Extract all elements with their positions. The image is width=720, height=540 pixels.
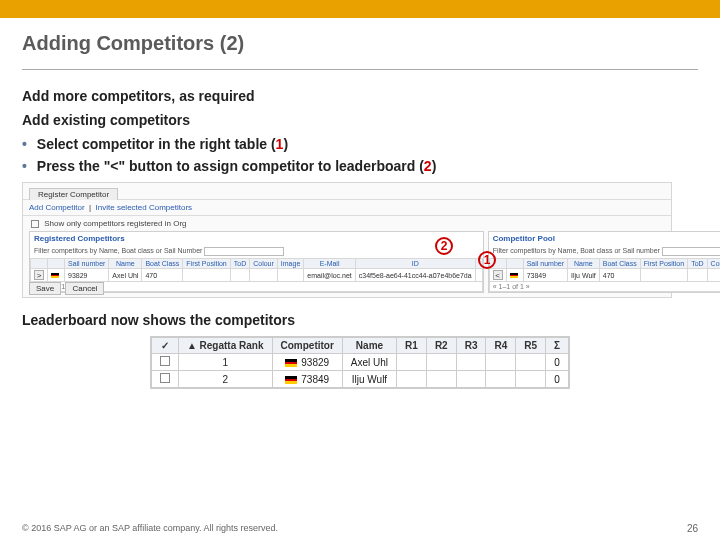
bullet-icon: •: [22, 158, 27, 174]
th[interactable]: Boat Class: [142, 259, 183, 269]
flag-icon: [48, 269, 65, 282]
tab-register-competitor[interactable]: Register Competitor: [29, 188, 118, 200]
move-right-button[interactable]: >: [34, 270, 44, 280]
cell-name: Axel Uhl: [109, 269, 142, 282]
pool-panel-head: Competitor Pool: [489, 232, 720, 245]
th[interactable]: First Position: [183, 259, 230, 269]
cell-name: Ilju Wulf: [568, 269, 600, 282]
invite-selected-link[interactable]: Invite selected Competitors: [96, 203, 193, 212]
th[interactable]: Name: [568, 259, 600, 269]
competitor-pool-panel: Competitor Pool Filter competitors by Na…: [488, 231, 720, 293]
intro-1: Add more competitors, as required: [22, 88, 698, 104]
th-r1[interactable]: R1: [397, 338, 427, 354]
instruction-item-2: • Press the "<" button to assign competi…: [22, 158, 698, 174]
row-checkbox[interactable]: [160, 373, 170, 383]
th[interactable]: Sail number: [523, 259, 567, 269]
footer: © 2016 SAP AG or an SAP affiliate compan…: [0, 516, 720, 540]
th-r2[interactable]: R2: [426, 338, 456, 354]
registered-panel-head: Registered Competitors: [30, 232, 483, 245]
brand-bar: [0, 0, 720, 18]
th-check: ✓: [151, 338, 178, 354]
th-name[interactable]: Name: [342, 338, 396, 354]
th[interactable]: First Position: [640, 259, 687, 269]
table-row[interactable]: < 73849 Ilju Wulf 470: [489, 269, 720, 282]
table-header-row: Sail number Name Boat Class First Positi…: [489, 259, 720, 269]
cell-sum: 0: [546, 354, 569, 371]
move-left-button[interactable]: <: [493, 270, 503, 280]
flag-icon: [506, 269, 523, 282]
th-sum[interactable]: Σ: [546, 338, 569, 354]
callout-2: 2: [435, 237, 453, 255]
registered-filter-input[interactable]: [204, 247, 284, 256]
th[interactable]: ID: [355, 259, 475, 269]
registered-filter-label: Filter competitors by Name, Boat class o…: [34, 247, 202, 254]
register-competitor-screenshot: Register Competitor Add Competitor | Inv…: [22, 182, 672, 298]
cell-name: Ilju Wulf: [342, 371, 396, 388]
th-r5[interactable]: R5: [516, 338, 546, 354]
th-r4[interactable]: R4: [486, 338, 516, 354]
th[interactable]: Sail number: [65, 259, 109, 269]
leaderboard-screenshot: ✓ ▲ Regatta Rank Competitor Name R1 R2 R…: [22, 336, 698, 393]
pool-filter-input[interactable]: [662, 247, 720, 256]
th: [31, 259, 48, 269]
cell-class: 470: [142, 269, 183, 282]
cell-competitor: 73849: [272, 371, 342, 388]
pool-filter-row: Filter competitors by Name, Boat class o…: [489, 245, 720, 258]
th[interactable]: Boat Class: [599, 259, 640, 269]
add-competitor-link[interactable]: Add Competitor: [29, 203, 85, 212]
leaderboard-table: ✓ ▲ Regatta Rank Competitor Name R1 R2 R…: [151, 337, 569, 388]
instruction-1-post: ): [283, 136, 288, 152]
cell-rank: 2: [178, 371, 272, 388]
instruction-list: • Select competitor in the right table (…: [22, 136, 698, 174]
th[interactable]: Name: [109, 259, 142, 269]
row-checkbox[interactable]: [160, 356, 170, 366]
table-header-row: Sail number Name Boat Class First Positi…: [31, 259, 483, 269]
cell-sail: 93829: [65, 269, 109, 282]
th: [48, 259, 65, 269]
th[interactable]: Image: [277, 259, 303, 269]
th-rank[interactable]: ▲ Regatta Rank: [178, 338, 272, 354]
cell-email: email@loc.net: [304, 269, 355, 282]
filter-checkbox-row: Show only competitors registered in Org: [23, 216, 671, 231]
save-bar: Save Cancel: [29, 282, 106, 295]
instruction-1-pre: Select competitor in the right table (: [37, 136, 276, 152]
table-pager-row: « 1–1 of 1 »: [489, 282, 720, 292]
table-row[interactable]: 2 73849 Ilju Wulf 0: [151, 371, 568, 388]
pager-text: 1–1 of 1: [499, 283, 524, 290]
pool-table: Sail number Name Boat Class First Positi…: [489, 258, 720, 292]
page-title: Adding Competitors (2): [22, 32, 698, 55]
cancel-button[interactable]: Cancel: [65, 282, 104, 295]
pager-prev-icon[interactable]: «: [493, 283, 497, 290]
registered-filter-row: Filter competitors by Name, Boat class o…: [30, 245, 483, 258]
org-only-label: Show only competitors registered in Org: [44, 219, 186, 228]
th[interactable]: ToD: [688, 259, 707, 269]
th[interactable]: E-Mail: [304, 259, 355, 269]
bullet-icon: •: [22, 136, 27, 152]
save-button[interactable]: Save: [29, 282, 61, 295]
th-r3[interactable]: R3: [456, 338, 486, 354]
th[interactable]: Colour: [707, 259, 720, 269]
cell-id: c34f5e8-ae64-41cc44-a07e4b6e7da: [355, 269, 475, 282]
th: [506, 259, 523, 269]
cell-competitor: 93829: [272, 354, 342, 371]
instruction-item-1: • Select competitor in the right table (…: [22, 136, 698, 152]
cell-class: 470: [599, 269, 640, 282]
instruction-2-pre: Press the "<" button to assign competito…: [37, 158, 424, 174]
th-competitor[interactable]: Competitor: [272, 338, 342, 354]
callout-1: 1: [478, 251, 496, 269]
cell-name: Axel Uhl: [342, 354, 396, 371]
cell-rank: 1: [178, 354, 272, 371]
result-text: Leaderboard now shows the competitors: [22, 312, 698, 328]
pager-next-icon[interactable]: »: [526, 283, 530, 290]
th[interactable]: ToD: [230, 259, 249, 269]
callout-ref-2: 2: [424, 158, 432, 174]
table-row[interactable]: > 93829 Axel Uhl 470 email@loc.net c34f5…: [31, 269, 483, 282]
cell-sail: 73849: [523, 269, 567, 282]
pool-filter-label: Filter competitors by Name, Boat class o…: [493, 247, 660, 254]
org-only-checkbox[interactable]: [31, 220, 39, 228]
page-number: 26: [687, 523, 698, 534]
table-row[interactable]: 1 93829 Axel Uhl 0: [151, 354, 568, 371]
th[interactable]: Colour: [250, 259, 278, 269]
copyright-text: © 2016 SAP AG or an SAP affiliate compan…: [22, 523, 278, 533]
action-link-row: Add Competitor | Invite selected Competi…: [23, 199, 671, 216]
